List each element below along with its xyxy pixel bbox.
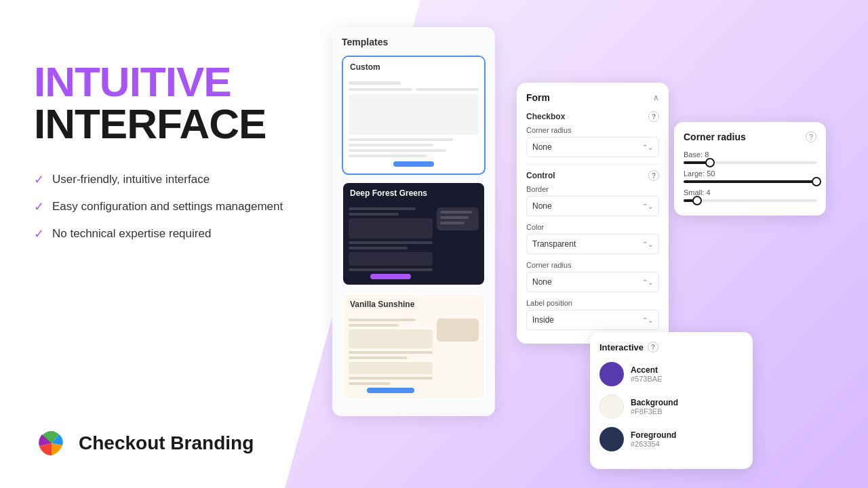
small-slider[interactable] (684, 199, 816, 202)
corner-radius-header: Corner radius ? (684, 131, 816, 142)
control-section-title: Control ? (526, 170, 659, 181)
checkbox-label: Checkbox (526, 112, 565, 121)
large-slider[interactable] (684, 180, 816, 183)
check-icon-1: ✓ (34, 172, 44, 187)
foreground-name: Foreground (631, 430, 676, 440)
control-border-value: None (532, 201, 552, 211)
accent-hex: #573BAE (631, 375, 662, 383)
checkbox-section-title: Checkbox ? (526, 111, 659, 122)
control-border-label: Border (526, 185, 659, 193)
large-slider-fill (684, 180, 816, 183)
label-pos-arrows: ⌃⌄ (642, 317, 653, 324)
foreground-swatch[interactable] (599, 427, 624, 451)
feature-item-3: ✓ No technical expertise required (34, 226, 319, 241)
background-info: Background #F8F3EB (631, 398, 678, 415)
template-custom-label: Custom (343, 57, 484, 76)
control-corner-radius-value: None (532, 277, 552, 287)
border-select-arrows: ⌃⌄ (642, 203, 653, 210)
template-custom[interactable]: Custom (342, 56, 486, 175)
corner-select-arrows: ⌃⌄ (642, 279, 653, 286)
control-border-select[interactable]: None ⌃⌄ (526, 196, 659, 216)
color-select-arrows: ⌃⌄ (642, 241, 653, 248)
control-label-position-value: Inside (532, 315, 554, 325)
templates-panel: Templates Custom D (332, 27, 495, 416)
template-warm-preview (343, 313, 484, 399)
background-swatch[interactable] (599, 394, 624, 419)
checkbox-corner-radius-label: Corner radius (526, 126, 659, 134)
background-hex: #F8F3EB (631, 407, 678, 415)
large-slider-thumb (812, 177, 821, 186)
base-slider-thumb (705, 158, 715, 167)
control-label-position-label: Label position (526, 299, 659, 307)
template-dark[interactable]: Deep Forest Greens (342, 182, 486, 286)
base-slider[interactable] (684, 161, 816, 164)
foreground-color-row: Foreground #263354 (599, 427, 743, 451)
section-divider (526, 164, 659, 165)
logo-icon (34, 426, 69, 461)
control-color-select[interactable]: Transparent ⌃⌄ (526, 234, 659, 254)
accent-color-row: Accent #573BAE (599, 362, 743, 386)
small-label: Small: 4 (684, 188, 816, 197)
headline-line1: INTUITIVE (34, 61, 319, 103)
foreground-hex: #263354 (631, 440, 676, 448)
form-panel: Form ∧ Checkbox ? Corner radius None ⌃⌄ … (517, 83, 669, 344)
page-content: INTUITIVE INTERFACE ✓ User-friendly, int… (0, 0, 868, 488)
form-chevron-icon[interactable]: ∧ (653, 93, 659, 102)
templates-title: Templates (342, 37, 486, 47)
logo-text: Checkout Branding (79, 432, 254, 454)
control-label-position-select[interactable]: Inside ⌃⌄ (526, 310, 659, 330)
interactive-label: Interactive (599, 342, 644, 352)
interactive-help-icon[interactable]: ? (648, 342, 658, 352)
template-dark-preview (343, 202, 484, 285)
feature-text-3: No technical expertise required (52, 227, 211, 241)
headline-line2: INTERFACE (34, 103, 319, 145)
small-slider-thumb (692, 196, 702, 205)
preview-block (349, 94, 479, 135)
select-arrows-icon: ⌃⌄ (642, 144, 653, 151)
check-icon-3: ✓ (34, 226, 44, 241)
control-color-label: Color (526, 223, 659, 231)
interactive-title: Interactive ? (599, 342, 743, 352)
feature-text-2: Easy configuration and settings manageme… (52, 200, 283, 214)
preview-line (349, 81, 401, 85)
preview-btn (393, 161, 434, 167)
accent-info: Accent #573BAE (631, 365, 662, 383)
logo-area: Checkout Branding (34, 426, 254, 461)
control-help-icon[interactable]: ? (648, 170, 659, 181)
accent-name: Accent (631, 365, 662, 375)
features-list: ✓ User-friendly, intuitive interface ✓ E… (34, 172, 319, 241)
form-panel-title: Form (526, 92, 550, 103)
control-corner-radius-label: Corner radius (526, 261, 659, 269)
large-label: Large: 50 (684, 169, 816, 178)
foreground-info: Foreground #263354 (631, 430, 676, 448)
feature-text-1: User-friendly, intuitive interface (52, 173, 210, 186)
checkbox-corner-radius-select[interactable]: None ⌃⌄ (526, 137, 659, 157)
control-corner-radius-select[interactable]: None ⌃⌄ (526, 272, 659, 292)
form-panel-header: Form ∧ (526, 92, 659, 103)
checkbox-corner-radius-value: None (532, 142, 552, 152)
left-panel: INTUITIVE INTERFACE ✓ User-friendly, int… (34, 61, 319, 253)
template-warm[interactable]: Vanilla Sunshine (342, 293, 486, 400)
template-warm-label: Vanilla Sunshine (343, 294, 484, 313)
background-name: Background (631, 398, 678, 407)
check-icon-2: ✓ (34, 199, 44, 214)
background-color-row: Background #F8F3EB (599, 394, 743, 419)
template-dark-label: Deep Forest Greens (343, 183, 484, 202)
interactive-panel: Interactive ? Accent #573BAE Background … (590, 332, 753, 469)
feature-item-1: ✓ User-friendly, intuitive interface (34, 172, 319, 187)
checkbox-help-icon[interactable]: ? (648, 111, 659, 122)
template-custom-preview (343, 76, 484, 174)
corner-radius-help-icon[interactable]: ? (806, 131, 816, 142)
feature-item-2: ✓ Easy configuration and settings manage… (34, 199, 319, 214)
control-label: Control (526, 171, 555, 180)
base-label: Base: 8 (684, 150, 816, 159)
control-color-value: Transparent (532, 239, 576, 249)
accent-swatch[interactable] (599, 362, 624, 386)
corner-radius-title: Corner radius (684, 131, 746, 142)
corner-radius-panel: Corner radius ? Base: 8 Large: 50 Small:… (674, 122, 826, 216)
